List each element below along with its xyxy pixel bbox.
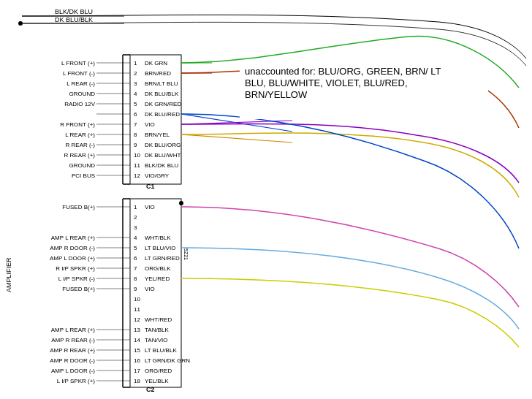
svg-text:YEL/RED: YEL/RED	[145, 276, 170, 282]
svg-text:L FRONT (-): L FRONT (-)	[63, 70, 95, 77]
svg-text:13: 13	[134, 327, 140, 333]
svg-point-69	[179, 201, 183, 205]
svg-text:3: 3	[134, 224, 137, 231]
svg-text:4: 4	[134, 91, 137, 97]
svg-text:C2: C2	[146, 386, 155, 393]
svg-text:BRN/RED: BRN/RED	[145, 70, 171, 77]
svg-text:8: 8	[134, 276, 137, 282]
svg-text:16: 16	[134, 357, 140, 364]
svg-text:R I/P SPKR (+): R I/P SPKR (+)	[56, 265, 95, 272]
svg-text:ORG/BLK: ORG/BLK	[145, 265, 171, 272]
svg-text:9: 9	[134, 142, 137, 148]
svg-text:4: 4	[134, 235, 137, 241]
svg-text:12: 12	[134, 172, 140, 179]
svg-text:C1: C1	[146, 183, 155, 190]
svg-text:AMPLIFIER: AMPLIFIER	[5, 257, 12, 292]
svg-text:ORG/RED: ORG/RED	[145, 368, 172, 374]
svg-text:DK BLU/BLK: DK BLU/BLK	[55, 16, 93, 23]
svg-text:TAN/VIO: TAN/VIO	[145, 337, 167, 343]
svg-text:DK BLU/RED: DK BLU/RED	[145, 111, 180, 118]
svg-text:AMP R REAR (-): AMP R REAR (-)	[51, 337, 95, 343]
svg-text:LT BLU/VIO: LT BLU/VIO	[145, 245, 175, 251]
svg-text:DK BLU/ORG: DK BLU/ORG	[145, 142, 180, 148]
svg-text:FUSED B(+): FUSED B(+)	[62, 286, 95, 292]
svg-text:LT BLU/BLK: LT BLU/BLK	[145, 347, 177, 354]
wiring-svg: BLK/DK BLU DK BLU/BLK C1 1 DK GRN 2 BRN/…	[0, 0, 532, 399]
svg-text:11: 11	[134, 306, 140, 313]
svg-text:DK BLU/BLK: DK BLU/BLK	[145, 91, 179, 97]
svg-text:RADIO 12V: RADIO 12V	[64, 101, 95, 107]
svg-text:VIO: VIO	[145, 121, 155, 128]
svg-text:GROUND: GROUND	[69, 91, 95, 97]
svg-text:BLK/DK BLU: BLK/DK BLU	[145, 162, 178, 169]
svg-text:unaccounted for: BLU/ORG, GREE: unaccounted for: BLU/ORG, GREEN, BRN/ LT	[245, 66, 441, 77]
svg-text:6: 6	[134, 255, 137, 262]
svg-text:WHT/BLK: WHT/BLK	[145, 235, 171, 241]
svg-text:WHT/RED: WHT/RED	[145, 316, 172, 323]
svg-text:GROUND: GROUND	[69, 162, 95, 169]
svg-text:2: 2	[134, 214, 137, 221]
wiring-diagram: BLK/DK BLU DK BLU/BLK C1 1 DK GRN 2 BRN/…	[0, 0, 532, 399]
svg-text:L FRONT (+): L FRONT (+)	[61, 60, 95, 66]
svg-text:TAN/BLK: TAN/BLK	[145, 327, 169, 333]
svg-text:VIO: VIO	[145, 204, 155, 210]
svg-text:DK BLU/WHT: DK BLU/WHT	[145, 152, 180, 159]
svg-text:6: 6	[134, 111, 137, 118]
svg-text:1: 1	[134, 60, 137, 66]
svg-text:14: 14	[134, 337, 140, 343]
svg-text:BLU, BLU/WHITE, VIOLET, BLU/RE: BLU, BLU/WHITE, VIOLET, BLU/RED,	[245, 77, 408, 88]
svg-text:1: 1	[134, 204, 137, 210]
svg-text:5: 5	[134, 101, 137, 107]
svg-text:L I/P SPKR (-): L I/P SPKR (-)	[58, 276, 96, 282]
svg-text:7: 7	[134, 265, 137, 272]
svg-text:L REAR (+): L REAR (+)	[65, 132, 95, 138]
svg-text:PCI BUS: PCI BUS	[72, 172, 95, 179]
svg-text:17: 17	[134, 368, 140, 374]
svg-text:LT GRN/DK GRN: LT GRN/DK GRN	[145, 357, 190, 364]
svg-text:L I/P SPKR (+): L I/P SPKR (+)	[57, 378, 96, 384]
svg-text:AMP R REAR (+): AMP R REAR (+)	[50, 347, 95, 354]
svg-text:LT GRN/RED: LT GRN/RED	[145, 255, 180, 262]
svg-text:AMP R DOOR (-): AMP R DOOR (-)	[50, 245, 95, 251]
svg-text:5Z21: 5Z21	[183, 248, 189, 260]
svg-text:AMP L REAR (+): AMP L REAR (+)	[51, 327, 96, 333]
svg-text:AMP R DOOR (-): AMP R DOOR (-)	[50, 357, 95, 364]
svg-text:18: 18	[134, 378, 140, 384]
svg-text:DK GRN: DK GRN	[145, 60, 167, 66]
svg-text:10: 10	[134, 152, 140, 159]
svg-text:BRN/YEL: BRN/YEL	[145, 132, 170, 138]
svg-text:BRN/LT BLU: BRN/LT BLU	[145, 80, 178, 87]
svg-text:VIO/GRY: VIO/GRY	[145, 172, 170, 179]
svg-text:AMP L DOOR (+): AMP L DOOR (+)	[50, 255, 95, 262]
svg-text:12: 12	[134, 316, 140, 323]
svg-text:R REAR (+): R REAR (+)	[64, 152, 96, 159]
svg-text:10: 10	[134, 296, 140, 303]
svg-text:7: 7	[134, 121, 137, 128]
svg-text:2: 2	[134, 70, 137, 77]
svg-text:R FRONT (+): R FRONT (+)	[60, 121, 95, 128]
svg-text:9: 9	[134, 286, 137, 292]
svg-text:11: 11	[134, 162, 140, 169]
svg-text:3: 3	[134, 80, 137, 87]
svg-text:VIO: VIO	[145, 286, 155, 292]
svg-text:BRN/YELLOW: BRN/YELLOW	[245, 89, 308, 100]
svg-text:15: 15	[134, 347, 140, 354]
svg-text:L REAR (-): L REAR (-)	[66, 80, 95, 87]
svg-text:5: 5	[134, 245, 137, 251]
svg-text:BLK/DK BLU: BLK/DK BLU	[55, 8, 93, 15]
svg-text:R REAR (-): R REAR (-)	[66, 142, 96, 148]
svg-text:FUSED B(+): FUSED B(+)	[62, 204, 95, 210]
svg-text:8: 8	[134, 132, 137, 138]
svg-text:YEL/BLK: YEL/BLK	[145, 378, 169, 384]
svg-text:AMP L DOOR (-): AMP L DOOR (-)	[51, 368, 95, 374]
svg-text:AMP L REAR (+): AMP L REAR (+)	[51, 235, 96, 241]
svg-text:DK GRN/RED: DK GRN/RED	[145, 101, 181, 107]
